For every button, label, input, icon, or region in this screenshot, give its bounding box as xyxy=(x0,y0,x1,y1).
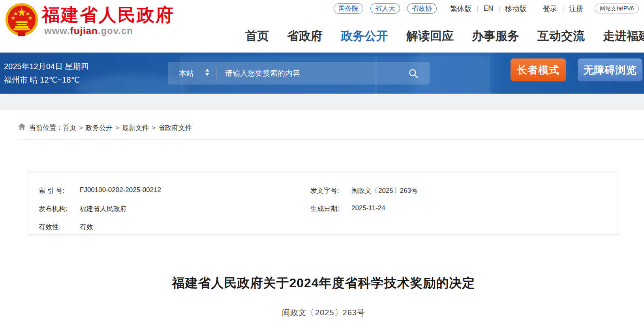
meta-label: 索 引 号: xyxy=(39,186,80,195)
auth-links: 登录 | 注册 xyxy=(543,3,583,14)
page: 福建省人民政府 www.fujian.gov.cn 国务院 省人大 省政协 繁体… xyxy=(0,0,644,322)
meta-row-index-number: 索 引 号: FJ00100-0202-2025-00212 xyxy=(39,186,161,195)
document-meta-box: 索 引 号: FJ00100-0202-2025-00212 发布机构: 福建省… xyxy=(28,171,619,235)
search-bar[interactable]: 本站 请输入您要搜索的内容 xyxy=(168,62,430,85)
section-divider-strip xyxy=(0,94,644,110)
link-provincial-cppcc[interactable]: 省政协 xyxy=(407,3,437,14)
meta-row-validity: 有效性: 有效 xyxy=(39,222,161,232)
register-link[interactable]: 注册 xyxy=(569,4,583,13)
meta-value: 有效 xyxy=(80,222,93,232)
site-url: www.fujian.gov.cn xyxy=(44,25,133,36)
nav-item-provincial-government[interactable]: 省政府 xyxy=(287,28,323,44)
meta-row-generation-date: 生成日期: 2025-11-24 xyxy=(310,204,418,213)
site-url-suffix: .gov.cn xyxy=(98,25,133,36)
meta-label: 有效性: xyxy=(39,222,80,232)
link-mobile-version[interactable]: 移动版 xyxy=(505,4,526,13)
meta-label: 发布机构: xyxy=(39,204,80,213)
meta-label: 发文字号: xyxy=(310,186,351,195)
separator: | xyxy=(562,5,564,12)
ipv6-support-badge: 网站支持IPV6 xyxy=(595,4,639,13)
breadcrumb-provincial-documents[interactable]: 省政府文件 xyxy=(158,124,192,132)
meta-row-document-number: 发文字号: 闽政文〔2025〕263号 xyxy=(310,186,418,195)
nav-item-home[interactable]: 首页 xyxy=(245,28,269,44)
site-url-domain: fujian xyxy=(70,25,98,36)
meta-value: 闽政文〔2025〕263号 xyxy=(351,186,418,195)
site-url-www: www. xyxy=(44,25,70,36)
elder-mode-button[interactable]: 长者模式 xyxy=(511,58,566,81)
document-title: 福建省人民政府关于2024年度省科学技术奖励的决定 xyxy=(28,275,619,292)
search-input[interactable]: 请输入您要搜索的内容 xyxy=(225,68,300,79)
nav-item-interaction[interactable]: 互动交流 xyxy=(537,28,585,44)
meta-value: FJ00100-0202-2025-00212 xyxy=(80,186,161,195)
breadcrumb-prefix: 当前位置： xyxy=(29,124,63,132)
link-traditional-chinese[interactable]: 繁体版 xyxy=(450,4,471,13)
breadcrumb-separator: > xyxy=(79,124,83,132)
login-link[interactable]: 登录 xyxy=(543,4,557,13)
search-scope-select[interactable]: 本站 xyxy=(179,68,194,79)
language-links: 繁体版 | EN | 移动版 xyxy=(450,3,526,14)
site-name: 福建省人民政府 xyxy=(42,3,175,27)
meta-column-left: 索 引 号: FJ00100-0202-2025-00212 发布机构: 福建省… xyxy=(39,186,161,241)
link-state-council[interactable]: 国务院 xyxy=(334,3,363,14)
breadcrumb-separator: > xyxy=(152,124,156,132)
separator: | xyxy=(498,5,500,12)
meta-label: 生成日期: xyxy=(310,204,351,213)
breadcrumb-separator: > xyxy=(115,124,119,132)
search-divider xyxy=(216,67,216,79)
separator: | xyxy=(477,5,478,12)
nav-item-interpretation[interactable]: 解读回应 xyxy=(406,28,454,44)
gov-quick-links: 国务院 省人大 省政协 xyxy=(334,3,437,14)
breadcrumb-latest-documents[interactable]: 最新文件 xyxy=(122,124,149,132)
current-date: 2025年12月04日 星期四 xyxy=(4,61,89,72)
nav-item-services[interactable]: 办事服务 xyxy=(472,28,519,44)
banner: 2025年12月04日 星期四 福州市 晴 12℃~18℃ 本站 请输入您要搜索… xyxy=(0,53,644,94)
national-emblem-logo xyxy=(4,2,39,39)
breadcrumb-home[interactable]: 首页 xyxy=(63,124,76,132)
scope-dropdown-arrows-icon[interactable] xyxy=(205,69,210,76)
accessibility-button[interactable]: 无障碍浏览 xyxy=(578,58,642,81)
meta-row-issuing-agency: 发布机构: 福建省人民政府 xyxy=(39,204,161,213)
meta-column-right: 发文字号: 闽政文〔2025〕263号 生成日期: 2025-11-24 xyxy=(310,186,418,222)
meta-value: 福建省人民政府 xyxy=(80,204,127,213)
weather-info: 福州市 晴 12℃~18℃ xyxy=(4,75,80,85)
meta-value: 2025-11-24 xyxy=(351,204,385,213)
search-icon[interactable] xyxy=(408,68,419,79)
breadcrumb-government-affairs[interactable]: 政务公开 xyxy=(86,124,113,132)
main-nav: 首页 省政府 政务公开 解读回应 办事服务 互动交流 走进福建 xyxy=(245,28,644,44)
link-provincial-congress[interactable]: 省人大 xyxy=(370,3,400,14)
home-icon[interactable] xyxy=(18,123,26,130)
breadcrumb: 当前位置：首页>政务公开>最新文件>省政府文件 xyxy=(29,123,192,132)
nav-item-government-affairs[interactable]: 政务公开 xyxy=(341,28,388,44)
document-number: 闽政文〔2025〕263号 xyxy=(28,307,619,318)
top-header: 福建省人民政府 www.fujian.gov.cn 国务院 省人大 省政协 繁体… xyxy=(0,0,644,53)
nav-item-about-fujian[interactable]: 走进福建 xyxy=(603,28,644,44)
link-english[interactable]: EN xyxy=(483,4,493,13)
horizontal-rule xyxy=(19,139,644,139)
